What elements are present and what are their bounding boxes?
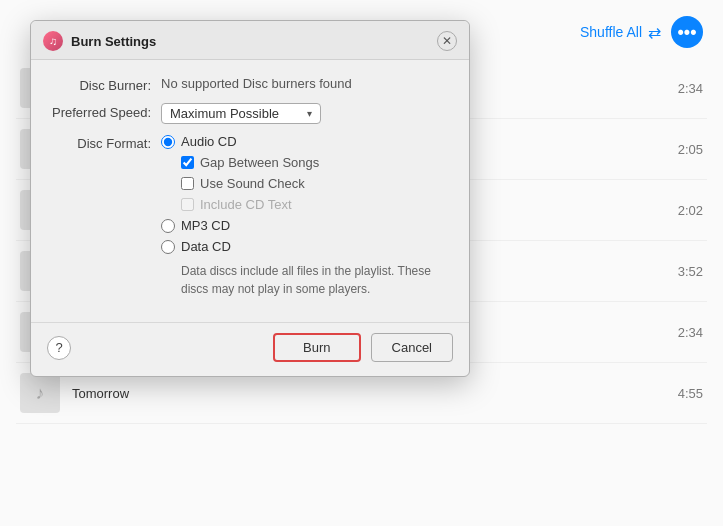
gap-between-songs-checkbox[interactable] [181, 156, 194, 169]
audio-cd-option[interactable]: Audio CD [161, 134, 449, 149]
disc-burner-value: No supported Disc burners found [161, 76, 352, 91]
preferred-speed-label: Preferred Speed: [51, 103, 161, 120]
help-button[interactable]: ? [47, 336, 71, 360]
song-duration: 2:34 [678, 81, 703, 96]
disc-format-label: Disc Format: [51, 134, 161, 151]
song-duration: 3:52 [678, 264, 703, 279]
shuffle-all-label: Shuffle All [580, 24, 642, 40]
disc-format-row: Disc Format: Audio CD Gap Between Songs … [51, 134, 449, 298]
music-icon-glyph: ♫ [49, 35, 57, 47]
use-sound-check-label: Use Sound Check [200, 176, 305, 191]
disc-burner-label: Disc Burner: [51, 76, 161, 93]
use-sound-check-option[interactable]: Use Sound Check [181, 176, 449, 191]
song-duration: 2:05 [678, 142, 703, 157]
data-cd-radio[interactable] [161, 240, 175, 254]
mp3-cd-option[interactable]: MP3 CD [161, 218, 449, 233]
data-cd-description: Data discs include all files in the play… [181, 262, 449, 298]
song-duration: 2:02 [678, 203, 703, 218]
data-cd-option[interactable]: Data CD [161, 239, 449, 254]
music-app-icon: ♫ [43, 31, 63, 51]
data-cd-label: Data CD [181, 239, 231, 254]
shuffle-icon: ⇄ [648, 23, 661, 42]
dialog-footer: ? Burn Cancel [31, 322, 469, 376]
dialog-title: Burn Settings [71, 34, 156, 49]
include-cd-text-checkbox[interactable] [181, 198, 194, 211]
song-duration: 2:34 [678, 325, 703, 340]
more-options-button[interactable]: ••• [671, 16, 703, 48]
audio-cd-label: Audio CD [181, 134, 237, 149]
burn-button[interactable]: Burn [273, 333, 360, 362]
close-button[interactable]: ✕ [437, 31, 457, 51]
song-thumbnail: ♪ [20, 373, 60, 413]
use-sound-check-checkbox[interactable] [181, 177, 194, 190]
preferred-speed-dropdown[interactable]: Maximum Possible ▾ [161, 103, 321, 124]
song-duration: 4:55 [678, 386, 703, 401]
burn-settings-dialog: ♫ Burn Settings ✕ Disc Burner: No suppor… [30, 20, 470, 377]
more-icon: ••• [678, 22, 697, 43]
shuffle-all-button[interactable]: Shuffle All ⇄ [580, 23, 661, 42]
song-name: Tomorrow [72, 386, 129, 401]
mp3-cd-radio[interactable] [161, 219, 175, 233]
gap-between-songs-label: Gap Between Songs [200, 155, 319, 170]
close-icon: ✕ [442, 34, 452, 48]
footer-buttons: Burn Cancel [273, 333, 453, 362]
dialog-title-bar: ♫ Burn Settings ✕ [31, 21, 469, 60]
include-cd-text-option[interactable]: Include CD Text [181, 197, 449, 212]
cancel-button[interactable]: Cancel [371, 333, 453, 362]
preferred-speed-row: Preferred Speed: Maximum Possible ▾ [51, 103, 449, 124]
mp3-cd-label: MP3 CD [181, 218, 230, 233]
dialog-body: Disc Burner: No supported Disc burners f… [31, 60, 469, 322]
chevron-down-icon: ▾ [307, 108, 312, 119]
include-cd-text-label: Include CD Text [200, 197, 292, 212]
gap-between-songs-option[interactable]: Gap Between Songs [181, 155, 449, 170]
preferred-speed-value: Maximum Possible [170, 106, 299, 121]
audio-cd-radio[interactable] [161, 135, 175, 149]
disc-format-options: Audio CD Gap Between Songs Use Sound Che… [161, 134, 449, 298]
disc-burner-row: Disc Burner: No supported Disc burners f… [51, 76, 449, 93]
